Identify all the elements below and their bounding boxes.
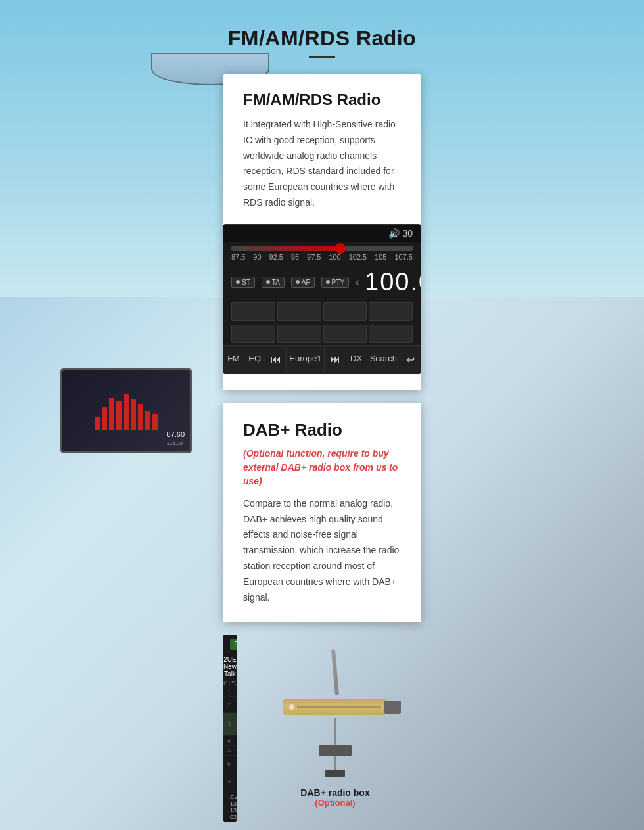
tag-af-label: AF — [302, 279, 310, 286]
europe1-label: Europe1 — [289, 354, 321, 363]
freq-mark-875: 87.5 — [231, 253, 245, 261]
dab-main-content: 1 2DAY 2 2SM 1269AM 3 2UE News Talk 4 — [223, 687, 237, 792]
next-button[interactable]: ⏭ — [325, 346, 346, 374]
page-title-section: FM/AM/RDS Radio — [0, 13, 644, 68]
freq-mark-975: 97.5 — [307, 253, 321, 261]
preset-btn-1[interactable] — [231, 302, 275, 321]
dab-item-num-5: 5 — [227, 747, 235, 754]
preset-btn-8[interactable] — [369, 325, 413, 343]
search-label: Search — [370, 354, 397, 363]
preset-btn-2[interactable] — [277, 302, 321, 321]
back-icon: ↩ — [406, 354, 415, 365]
dab-antenna-area — [333, 649, 337, 695]
preset-btn-4[interactable] — [369, 302, 413, 321]
dab-item-num-1: 1 — [227, 688, 235, 695]
frequency-slider[interactable]: 87.5 90 92.5 95 97.5 100 102.5 105 107.5 — [223, 242, 421, 264]
dab-box-optional: (Optional) — [315, 798, 355, 808]
europe1-button[interactable]: Europe1 — [287, 346, 325, 374]
preset-grid-row2 — [223, 323, 421, 345]
dab-optional-text: (Optional function, require to buy exter… — [243, 447, 401, 488]
freq-prev-arrow[interactable]: ‹ — [356, 275, 359, 289]
radio-controls-row: ST TA AF PTY ‹ — [223, 264, 421, 300]
tag-pty[interactable]: PTY — [321, 277, 349, 288]
dab-section-panel: DAB+ Radio (Optional function, require t… — [223, 403, 421, 622]
dab-cable-tail — [334, 718, 336, 745]
frequency-display: ‹ 100.00 MHz › — [356, 268, 421, 296]
eq-button-label: EQ — [248, 354, 261, 363]
page-title: FM/AM/RDS Radio — [0, 26, 644, 51]
volume-number: 30 — [402, 228, 413, 239]
dab-small-connector — [319, 745, 352, 756]
freq-mark-1025: 102.5 — [349, 253, 367, 261]
dab-station-name: 2UE News Talk — [223, 656, 237, 678]
dab-list-item-6[interactable]: 6 Radar Radio — [223, 756, 237, 772]
dab-item-num-4: 4 — [227, 737, 235, 744]
prev-button[interactable]: ⏮ — [265, 346, 287, 374]
eq-button[interactable]: EQ — [244, 346, 265, 374]
dab-station-list: 1 2DAY 2 2SM 1269AM 3 2UE News Talk 4 — [223, 687, 237, 792]
tag-st-label: ST — [242, 279, 250, 286]
dab-content-row: DAB+ 8:10 PM ≡ ✕ — [223, 635, 421, 822]
preset-grid-row1 — [223, 300, 421, 323]
volume-icon: 🔊 — [388, 228, 400, 239]
fm-section-description: It integrated with High-Sensitive radio … — [243, 117, 401, 211]
search-button[interactable]: Search — [367, 346, 400, 374]
radio-ui: 🔊 30 87.5 90 92.5 95 97.5 100 1 — [223, 224, 421, 374]
dab-top-bar: DAB+ 8:10 PM ≡ ✕ — [223, 635, 237, 655]
back-button[interactable]: ↩ — [400, 346, 421, 374]
freq-mark-95: 95 — [291, 253, 299, 261]
dab-box-visual — [283, 649, 388, 777]
fm-radio-panel: FM/AM/RDS Radio It integrated with High-… — [223, 74, 421, 390]
dot-pty — [326, 280, 330, 284]
dab-item-num-3: 3 — [227, 721, 235, 727]
dab-antenna — [331, 649, 339, 695]
preset-btn-7[interactable] — [323, 325, 367, 343]
dab-station-bar: 2UE News Talk — [223, 655, 237, 679]
dab-list-item-4[interactable]: 4 2UE — [223, 736, 237, 746]
dab-list-item-5[interactable]: 5 GORILLA — [223, 746, 237, 756]
tag-ta-label: TA — [272, 279, 280, 286]
dab-list-item-2[interactable]: 2 2SM 1269AM — [223, 697, 237, 713]
dab-item-num-2: 2 — [227, 701, 235, 708]
dab-end-connector — [325, 770, 345, 777]
tag-st[interactable]: ST — [231, 277, 255, 288]
dab-box-label: DAB+ radio box — [300, 787, 369, 798]
dab-list-item-7[interactable]: 7 Sky Racing World — [223, 772, 237, 792]
freq-mark-105: 105 — [375, 253, 386, 261]
preset-btn-6[interactable] — [277, 325, 321, 343]
prev-icon: ⏮ — [271, 354, 281, 365]
fm-button-label: FM — [227, 354, 240, 363]
dab-connector — [384, 701, 401, 714]
slider-thumb — [335, 243, 346, 254]
tag-af[interactable]: AF — [291, 277, 315, 288]
preset-btn-5[interactable] — [231, 325, 275, 343]
dab-screen: DAB+ 8:10 PM ≡ ✕ — [223, 635, 237, 822]
dab-label: DAB+ — [230, 639, 237, 650]
dab-description: Compare to the normal analog radio, DAB+… — [243, 496, 401, 606]
dab-led — [289, 704, 294, 710]
tag-ta[interactable]: TA — [262, 277, 285, 288]
dab-list-item-1[interactable]: 1 2DAY — [223, 687, 237, 697]
dab-call-text: Call 13 13 02 — [230, 794, 237, 820]
frequency-scale: 87.5 90 92.5 95 97.5 100 102.5 105 107.5 — [231, 251, 413, 263]
dab-cable-detail — [297, 706, 381, 708]
freq-mark-925: 92.5 — [269, 253, 283, 261]
dab-radio-box-section: DAB+ radio box (Optional) — [250, 649, 421, 808]
slider-track — [231, 246, 413, 251]
dot-st — [236, 280, 240, 284]
dx-button[interactable]: DX — [346, 346, 367, 374]
dab-list-item-3[interactable]: 3 2UE News Talk — [223, 713, 237, 736]
dab-pty-label: PTY:News — [223, 679, 237, 687]
freq-mark-1075: 107.5 — [394, 253, 413, 261]
title-underline — [309, 56, 335, 58]
preset-btn-3[interactable] — [323, 302, 367, 321]
dab-item-num-7: 7 — [227, 780, 235, 787]
fm-button[interactable]: FM — [223, 346, 244, 374]
next-icon: ⏭ — [330, 354, 340, 365]
dx-label: DX — [350, 354, 362, 363]
dot-ta — [266, 280, 270, 284]
radio-bottom-bar: FM EQ ⏮ Europe1 ⏭ DX — [223, 345, 421, 374]
dab-bottom-bar: Call 13 13 02 ⏮ 🔍 ⏭ — [223, 792, 237, 822]
frequency-number: 100.00 — [365, 268, 421, 296]
dab-wire — [334, 756, 336, 770]
